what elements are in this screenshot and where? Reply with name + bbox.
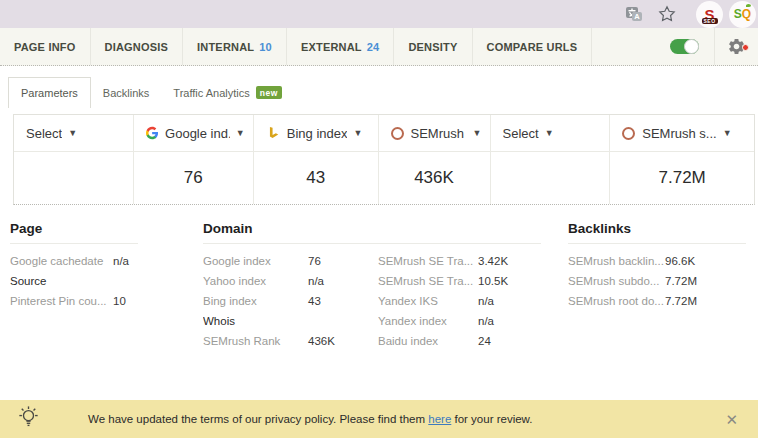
chevron-down-icon: ▼ — [236, 128, 245, 138]
param-row: Google cachedate n/a — [10, 255, 138, 267]
tab-parameters[interactable]: Parameters — [8, 77, 91, 108]
parameters-table: Select ▼ Google ind... ▼ 76 — [13, 114, 755, 205]
table-column-select-1: Select ▼ — [14, 115, 134, 204]
tab-backlinks[interactable]: Backlinks — [91, 78, 161, 108]
enable-toggle[interactable] — [670, 39, 699, 54]
param-row: SEMrush root do... 7.72M — [568, 295, 746, 307]
svg-text:A: A — [634, 12, 640, 21]
source-link[interactable]: Source — [10, 275, 113, 287]
section-title-backlinks: Backlinks — [568, 221, 746, 244]
chevron-down-icon: ▼ — [723, 128, 732, 138]
leaf-icon — [746, 4, 751, 7]
nav-compare-urls[interactable]: COMPARE URLS — [473, 28, 593, 65]
select-dropdown-1[interactable]: Select ▼ — [14, 115, 133, 152]
param-row: SEMrush backlin... 96.6K — [568, 255, 746, 267]
parameter-sections: Page Google cachedate n/a Source Pintere… — [0, 221, 758, 373]
lightbulb-icon — [15, 404, 42, 435]
semrush-rank-dropdown[interactable]: SEMrush ... ▼ — [379, 115, 490, 152]
toggle-knob — [684, 39, 699, 54]
whois-link[interactable]: Whois — [203, 315, 308, 327]
browser-toolbar: A S SEO SQ — [0, 0, 758, 28]
privacy-message: We have updated the terms of our privacy… — [88, 413, 532, 425]
internal-count-badge: 10 — [259, 41, 272, 53]
chevron-down-icon: ▼ — [473, 128, 482, 138]
param-row: Yandex index n/a — [378, 315, 541, 327]
nav-page-info[interactable]: PAGE INFO — [0, 28, 91, 65]
section-page: Page Google cachedate n/a Source Pintere… — [10, 221, 138, 315]
param-row: Google index 76 — [203, 255, 378, 267]
settings-gear-icon[interactable] — [715, 37, 758, 56]
table-column-select-2: Select ▼ — [491, 115, 611, 204]
semrush-icon — [622, 127, 635, 140]
privacy-policy-link[interactable]: here — [428, 413, 451, 425]
new-badge: new — [256, 86, 282, 99]
translate-icon[interactable]: A — [624, 4, 644, 24]
tab-traffic-analytics[interactable]: Traffic Analytics new — [161, 77, 293, 108]
notification-dot — [742, 44, 749, 51]
select-dropdown-2[interactable]: Select ▼ — [491, 115, 610, 152]
google-index-dropdown[interactable]: Google ind... ▼ — [134, 115, 253, 152]
close-icon[interactable]: ✕ — [725, 412, 738, 427]
param-row: SEMrush SE Tra... 3.42K — [378, 255, 541, 267]
section-title-page: Page — [10, 221, 138, 244]
google-icon — [146, 126, 158, 140]
bing-index-value: 43 — [254, 152, 378, 204]
seoquake-panel: A S SEO SQ PAGE INFO DIAGNOSIS INTERNAL … — [0, 0, 758, 438]
param-row: SEMrush subdo... 7.72M — [568, 275, 746, 287]
semrush-subdomain-value: 7.72M — [610, 152, 754, 204]
chevron-down-icon: ▼ — [68, 128, 77, 138]
tab-bar: Parameters Backlinks Traffic Analytics n… — [0, 66, 758, 108]
table-column-semrush-rank: SEMrush ... ▼ 436K — [379, 115, 491, 204]
table-column-bing-index: Bing index ▼ 43 — [254, 115, 379, 204]
param-row: Baidu index 24 — [378, 335, 541, 347]
section-title-domain: Domain — [203, 221, 541, 244]
main-nav: PAGE INFO DIAGNOSIS INTERNAL 10 EXTERNAL… — [0, 28, 758, 66]
seo-extension-icon[interactable]: S SEO — [696, 1, 723, 28]
bing-index-dropdown[interactable]: Bing index ▼ — [254, 115, 378, 152]
table-column-google-index: Google ind... ▼ 76 — [134, 115, 254, 204]
chevron-down-icon: ▼ — [353, 128, 362, 138]
nav-diagnosis[interactable]: DIAGNOSIS — [91, 28, 184, 65]
privacy-notice-bar: We have updated the terms of our privacy… — [0, 400, 758, 438]
semrush-rank-value: 436K — [379, 152, 490, 204]
nav-external[interactable]: EXTERNAL 24 — [287, 28, 395, 65]
seoquake-extension-icon[interactable]: SQ — [729, 1, 756, 28]
bookmark-star-icon[interactable] — [658, 5, 676, 23]
semrush-icon — [391, 127, 404, 140]
bing-icon — [266, 126, 280, 140]
value-cell — [14, 152, 133, 204]
semrush-subdomain-dropdown[interactable]: SEMrush s... ▼ — [610, 115, 754, 152]
google-index-value: 76 — [134, 152, 253, 204]
section-backlinks: Backlinks SEMrush backlin... 96.6K SEMru… — [568, 221, 746, 315]
param-row: SEMrush SE Tra... 10.5K — [378, 275, 541, 287]
nav-internal[interactable]: INTERNAL 10 — [183, 28, 287, 65]
param-row: Source — [10, 275, 138, 287]
param-row: Whois — [203, 315, 378, 327]
section-domain: Domain Google index 76 Yahoo index n/a B… — [203, 221, 541, 355]
table-column-semrush-subdomain: SEMrush s... ▼ 7.72M — [610, 115, 754, 204]
param-row: Yahoo index n/a — [203, 275, 378, 287]
nav-density[interactable]: DENSITY — [394, 28, 472, 65]
param-row: Bing index 43 — [203, 295, 378, 307]
param-row: SEMrush Rank 436K — [203, 335, 378, 347]
chevron-down-icon: ▼ — [545, 128, 554, 138]
external-count-badge: 24 — [367, 41, 380, 53]
param-row: Yandex IKS n/a — [378, 295, 541, 307]
value-cell — [491, 152, 610, 204]
param-row: Pinterest Pin cou... 10 — [10, 295, 138, 307]
